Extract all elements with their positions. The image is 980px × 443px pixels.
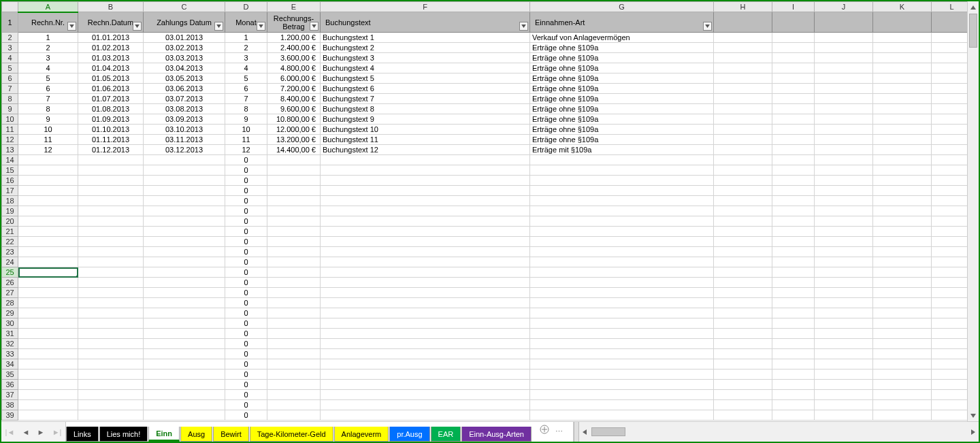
cell-28-F[interactable] — [321, 298, 530, 308]
cell-10-L[interactable] — [932, 114, 973, 125]
cell-15-L[interactable] — [932, 165, 973, 176]
cell-14-G[interactable] — [530, 155, 714, 165]
cell-39-H[interactable] — [714, 410, 772, 421]
scroll-right-button[interactable] — [967, 426, 979, 438]
cell-32-I[interactable] — [772, 339, 815, 349]
cell-38-A[interactable] — [18, 400, 78, 410]
cell-1-H[interactable] — [714, 12, 772, 33]
cell-39-A[interactable] — [18, 410, 78, 421]
cell-21-B[interactable] — [78, 227, 144, 237]
cell-35-F[interactable] — [321, 370, 530, 380]
cell-20-C[interactable] — [144, 216, 225, 227]
filter-C[interactable] — [214, 22, 223, 31]
cell-32-L[interactable] — [932, 339, 973, 349]
sheet-tab-ear[interactable]: EAR — [431, 427, 461, 442]
table-header-D[interactable]: Monat — [225, 12, 267, 33]
cell-27-H[interactable] — [714, 288, 772, 298]
cell-30-B[interactable] — [78, 318, 144, 329]
cell-32-H[interactable] — [714, 339, 772, 349]
cell-27-L[interactable] — [932, 288, 973, 298]
cell-38-K[interactable] — [873, 400, 932, 410]
row-header-39[interactable]: 39 — [2, 410, 18, 421]
cell-39-K[interactable] — [873, 410, 932, 421]
row-header-38[interactable]: 38 — [2, 400, 18, 410]
cell-33-C[interactable] — [144, 349, 225, 359]
cell-19-J[interactable] — [815, 206, 873, 216]
hscroll-thumb[interactable] — [591, 427, 625, 436]
cell-1-L[interactable] — [932, 12, 973, 33]
cell-31-C[interactable] — [144, 329, 225, 339]
cell-33-L[interactable] — [932, 349, 973, 359]
row-header-34[interactable]: 34 — [2, 359, 18, 370]
cell-7-A[interactable]: 6 — [18, 84, 78, 94]
cell-36-I[interactable] — [772, 380, 815, 390]
row-header-32[interactable]: 32 — [2, 339, 18, 349]
cell-27-G[interactable] — [530, 288, 714, 298]
cell-34-A[interactable] — [18, 359, 78, 370]
cell-2-K[interactable] — [873, 33, 932, 43]
cell-5-D[interactable]: 4 — [225, 63, 267, 73]
cell-29-A[interactable] — [18, 308, 78, 318]
cell-38-C[interactable] — [144, 400, 225, 410]
cell-29-C[interactable] — [144, 308, 225, 318]
row-header-24[interactable]: 24 — [2, 257, 18, 267]
row-header-7[interactable]: 7 — [2, 84, 18, 94]
cell-19-F[interactable] — [321, 206, 530, 216]
cell-12-L[interactable] — [932, 135, 973, 145]
cell-31-L[interactable] — [932, 329, 973, 339]
cell-7-I[interactable] — [772, 84, 815, 94]
cell-23-F[interactable] — [321, 247, 530, 257]
cell-19-B[interactable] — [78, 206, 144, 216]
cell-3-I[interactable] — [772, 43, 815, 53]
cell-39-F[interactable] — [321, 410, 530, 421]
cell-10-J[interactable] — [815, 114, 873, 125]
cell-13-I[interactable] — [772, 145, 815, 155]
cell-12-G[interactable]: Erträge ohne §109a — [530, 135, 714, 145]
cell-37-G[interactable] — [530, 390, 714, 400]
cell-3-J[interactable] — [815, 43, 873, 53]
cell-23-C[interactable] — [144, 247, 225, 257]
cell-14-L[interactable] — [932, 155, 973, 165]
cell-31-J[interactable] — [815, 329, 873, 339]
cell-37-H[interactable] — [714, 390, 772, 400]
cell-35-E[interactable] — [267, 370, 321, 380]
cell-36-D[interactable]: 0 — [225, 380, 267, 390]
col-header-H[interactable]: H — [714, 2, 772, 12]
cell-29-H[interactable] — [714, 308, 772, 318]
cell-21-G[interactable] — [530, 227, 714, 237]
cell-7-B[interactable]: 01.06.2013 — [78, 84, 144, 94]
cell-10-B[interactable]: 01.09.2013 — [78, 114, 144, 125]
table-header-A[interactable]: Rechn.Nr. — [18, 12, 78, 33]
sheet-tab-einn-ausg-arten[interactable]: Einn-Ausg-Arten — [461, 427, 532, 442]
cell-38-B[interactable] — [78, 400, 144, 410]
cell-38-I[interactable] — [772, 400, 815, 410]
cell-34-D[interactable]: 0 — [225, 359, 267, 370]
cell-32-F[interactable] — [321, 339, 530, 349]
cell-34-C[interactable] — [144, 359, 225, 370]
cell-13-B[interactable]: 01.12.2013 — [78, 145, 144, 155]
row-header-31[interactable]: 31 — [2, 329, 18, 339]
cell-31-B[interactable] — [78, 329, 144, 339]
cell-31-E[interactable] — [267, 329, 321, 339]
col-header-J[interactable]: J — [815, 2, 873, 12]
table-header-G[interactable]: Einnahmen-Art — [530, 12, 714, 33]
cell-25-H[interactable] — [714, 267, 772, 278]
cell-10-F[interactable]: Buchungstext 9 — [321, 114, 530, 125]
cell-25-F[interactable] — [321, 267, 530, 278]
cell-17-I[interactable] — [772, 186, 815, 196]
cell-9-F[interactable]: Buchungstext 8 — [321, 104, 530, 114]
cell-7-G[interactable]: Erträge ohne §109a — [530, 84, 714, 94]
cell-36-F[interactable] — [321, 380, 530, 390]
cell-21-H[interactable] — [714, 227, 772, 237]
cell-13-D[interactable]: 12 — [225, 145, 267, 155]
cell-1-I[interactable] — [772, 12, 815, 33]
cell-28-J[interactable] — [815, 298, 873, 308]
cell-15-H[interactable] — [714, 165, 772, 176]
cell-14-B[interactable] — [78, 155, 144, 165]
cell-29-L[interactable] — [932, 308, 973, 318]
col-header-K[interactable]: K — [873, 2, 932, 12]
cell-37-J[interactable] — [815, 390, 873, 400]
row-header-3[interactable]: 3 — [2, 43, 18, 53]
filter-G[interactable] — [703, 22, 712, 31]
cell-2-L[interactable] — [932, 33, 973, 43]
